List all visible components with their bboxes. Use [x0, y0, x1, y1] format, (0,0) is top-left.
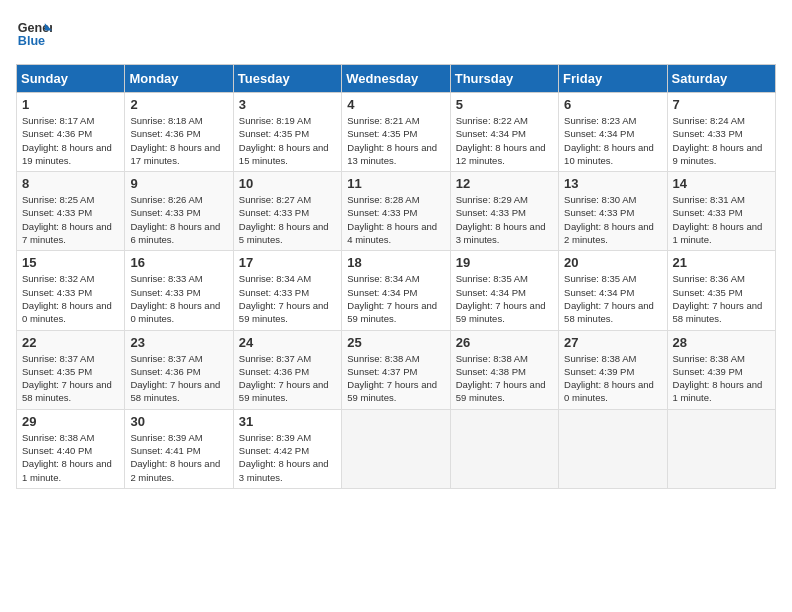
day-number: 17: [239, 255, 336, 270]
day-number: 6: [564, 97, 661, 112]
day-info: Sunrise: 8:38 AMSunset: 4:37 PMDaylight:…: [347, 352, 444, 405]
logo-icon: General Blue: [16, 16, 52, 52]
calendar-cell: 17Sunrise: 8:34 AMSunset: 4:33 PMDayligh…: [233, 251, 341, 330]
day-info: Sunrise: 8:25 AMSunset: 4:33 PMDaylight:…: [22, 193, 119, 246]
day-info: Sunrise: 8:19 AMSunset: 4:35 PMDaylight:…: [239, 114, 336, 167]
calendar-cell: [559, 409, 667, 488]
day-info: Sunrise: 8:37 AMSunset: 4:36 PMDaylight:…: [130, 352, 227, 405]
day-info: Sunrise: 8:35 AMSunset: 4:34 PMDaylight:…: [456, 272, 553, 325]
calendar-cell: 2Sunrise: 8:18 AMSunset: 4:36 PMDaylight…: [125, 93, 233, 172]
day-number: 24: [239, 335, 336, 350]
day-number: 18: [347, 255, 444, 270]
day-info: Sunrise: 8:33 AMSunset: 4:33 PMDaylight:…: [130, 272, 227, 325]
calendar-table: SundayMondayTuesdayWednesdayThursdayFrid…: [16, 64, 776, 489]
calendar-cell: 18Sunrise: 8:34 AMSunset: 4:34 PMDayligh…: [342, 251, 450, 330]
calendar-cell: 8Sunrise: 8:25 AMSunset: 4:33 PMDaylight…: [17, 172, 125, 251]
calendar-cell: [342, 409, 450, 488]
calendar-cell: 14Sunrise: 8:31 AMSunset: 4:33 PMDayligh…: [667, 172, 775, 251]
day-info: Sunrise: 8:17 AMSunset: 4:36 PMDaylight:…: [22, 114, 119, 167]
day-info: Sunrise: 8:34 AMSunset: 4:34 PMDaylight:…: [347, 272, 444, 325]
calendar-cell: 12Sunrise: 8:29 AMSunset: 4:33 PMDayligh…: [450, 172, 558, 251]
day-number: 11: [347, 176, 444, 191]
day-number: 31: [239, 414, 336, 429]
day-number: 16: [130, 255, 227, 270]
calendar-cell: 21Sunrise: 8:36 AMSunset: 4:35 PMDayligh…: [667, 251, 775, 330]
day-number: 5: [456, 97, 553, 112]
day-number: 3: [239, 97, 336, 112]
calendar-cell: 4Sunrise: 8:21 AMSunset: 4:35 PMDaylight…: [342, 93, 450, 172]
calendar-cell: 13Sunrise: 8:30 AMSunset: 4:33 PMDayligh…: [559, 172, 667, 251]
svg-text:Blue: Blue: [18, 34, 45, 48]
calendar-cell: 10Sunrise: 8:27 AMSunset: 4:33 PMDayligh…: [233, 172, 341, 251]
day-number: 9: [130, 176, 227, 191]
logo: General Blue: [16, 16, 52, 52]
calendar-cell: 11Sunrise: 8:28 AMSunset: 4:33 PMDayligh…: [342, 172, 450, 251]
column-header-thursday: Thursday: [450, 65, 558, 93]
day-info: Sunrise: 8:18 AMSunset: 4:36 PMDaylight:…: [130, 114, 227, 167]
calendar-cell: 22Sunrise: 8:37 AMSunset: 4:35 PMDayligh…: [17, 330, 125, 409]
day-info: Sunrise: 8:32 AMSunset: 4:33 PMDaylight:…: [22, 272, 119, 325]
day-number: 1: [22, 97, 119, 112]
calendar-cell: 26Sunrise: 8:38 AMSunset: 4:38 PMDayligh…: [450, 330, 558, 409]
page-header: General Blue: [16, 16, 776, 52]
calendar-cell: 7Sunrise: 8:24 AMSunset: 4:33 PMDaylight…: [667, 93, 775, 172]
day-number: 12: [456, 176, 553, 191]
column-header-tuesday: Tuesday: [233, 65, 341, 93]
day-number: 30: [130, 414, 227, 429]
calendar-cell: 29Sunrise: 8:38 AMSunset: 4:40 PMDayligh…: [17, 409, 125, 488]
calendar-cell: 3Sunrise: 8:19 AMSunset: 4:35 PMDaylight…: [233, 93, 341, 172]
day-number: 10: [239, 176, 336, 191]
day-info: Sunrise: 8:34 AMSunset: 4:33 PMDaylight:…: [239, 272, 336, 325]
calendar-cell: 5Sunrise: 8:22 AMSunset: 4:34 PMDaylight…: [450, 93, 558, 172]
day-info: Sunrise: 8:27 AMSunset: 4:33 PMDaylight:…: [239, 193, 336, 246]
day-number: 28: [673, 335, 770, 350]
column-header-monday: Monday: [125, 65, 233, 93]
day-number: 20: [564, 255, 661, 270]
calendar-cell: 15Sunrise: 8:32 AMSunset: 4:33 PMDayligh…: [17, 251, 125, 330]
calendar-cell: 6Sunrise: 8:23 AMSunset: 4:34 PMDaylight…: [559, 93, 667, 172]
calendar-cell: 31Sunrise: 8:39 AMSunset: 4:42 PMDayligh…: [233, 409, 341, 488]
day-number: 2: [130, 97, 227, 112]
day-info: Sunrise: 8:39 AMSunset: 4:41 PMDaylight:…: [130, 431, 227, 484]
calendar-cell: 24Sunrise: 8:37 AMSunset: 4:36 PMDayligh…: [233, 330, 341, 409]
column-header-friday: Friday: [559, 65, 667, 93]
day-number: 7: [673, 97, 770, 112]
day-info: Sunrise: 8:24 AMSunset: 4:33 PMDaylight:…: [673, 114, 770, 167]
day-info: Sunrise: 8:38 AMSunset: 4:40 PMDaylight:…: [22, 431, 119, 484]
day-info: Sunrise: 8:37 AMSunset: 4:36 PMDaylight:…: [239, 352, 336, 405]
calendar-cell: 25Sunrise: 8:38 AMSunset: 4:37 PMDayligh…: [342, 330, 450, 409]
day-info: Sunrise: 8:30 AMSunset: 4:33 PMDaylight:…: [564, 193, 661, 246]
day-number: 29: [22, 414, 119, 429]
day-info: Sunrise: 8:23 AMSunset: 4:34 PMDaylight:…: [564, 114, 661, 167]
day-info: Sunrise: 8:38 AMSunset: 4:39 PMDaylight:…: [564, 352, 661, 405]
day-number: 25: [347, 335, 444, 350]
calendar-cell: 27Sunrise: 8:38 AMSunset: 4:39 PMDayligh…: [559, 330, 667, 409]
day-number: 4: [347, 97, 444, 112]
day-info: Sunrise: 8:29 AMSunset: 4:33 PMDaylight:…: [456, 193, 553, 246]
day-info: Sunrise: 8:21 AMSunset: 4:35 PMDaylight:…: [347, 114, 444, 167]
column-header-saturday: Saturday: [667, 65, 775, 93]
calendar-cell: 30Sunrise: 8:39 AMSunset: 4:41 PMDayligh…: [125, 409, 233, 488]
calendar-cell: 1Sunrise: 8:17 AMSunset: 4:36 PMDaylight…: [17, 93, 125, 172]
day-number: 22: [22, 335, 119, 350]
day-number: 27: [564, 335, 661, 350]
day-info: Sunrise: 8:38 AMSunset: 4:38 PMDaylight:…: [456, 352, 553, 405]
column-header-sunday: Sunday: [17, 65, 125, 93]
calendar-cell: 28Sunrise: 8:38 AMSunset: 4:39 PMDayligh…: [667, 330, 775, 409]
calendar-cell: 9Sunrise: 8:26 AMSunset: 4:33 PMDaylight…: [125, 172, 233, 251]
day-info: Sunrise: 8:37 AMSunset: 4:35 PMDaylight:…: [22, 352, 119, 405]
day-info: Sunrise: 8:36 AMSunset: 4:35 PMDaylight:…: [673, 272, 770, 325]
calendar-cell: [667, 409, 775, 488]
day-info: Sunrise: 8:28 AMSunset: 4:33 PMDaylight:…: [347, 193, 444, 246]
day-number: 15: [22, 255, 119, 270]
day-number: 23: [130, 335, 227, 350]
day-number: 14: [673, 176, 770, 191]
day-info: Sunrise: 8:26 AMSunset: 4:33 PMDaylight:…: [130, 193, 227, 246]
column-header-wednesday: Wednesday: [342, 65, 450, 93]
calendar-cell: 19Sunrise: 8:35 AMSunset: 4:34 PMDayligh…: [450, 251, 558, 330]
day-number: 21: [673, 255, 770, 270]
day-info: Sunrise: 8:38 AMSunset: 4:39 PMDaylight:…: [673, 352, 770, 405]
day-info: Sunrise: 8:39 AMSunset: 4:42 PMDaylight:…: [239, 431, 336, 484]
calendar-cell: 23Sunrise: 8:37 AMSunset: 4:36 PMDayligh…: [125, 330, 233, 409]
calendar-cell: 20Sunrise: 8:35 AMSunset: 4:34 PMDayligh…: [559, 251, 667, 330]
